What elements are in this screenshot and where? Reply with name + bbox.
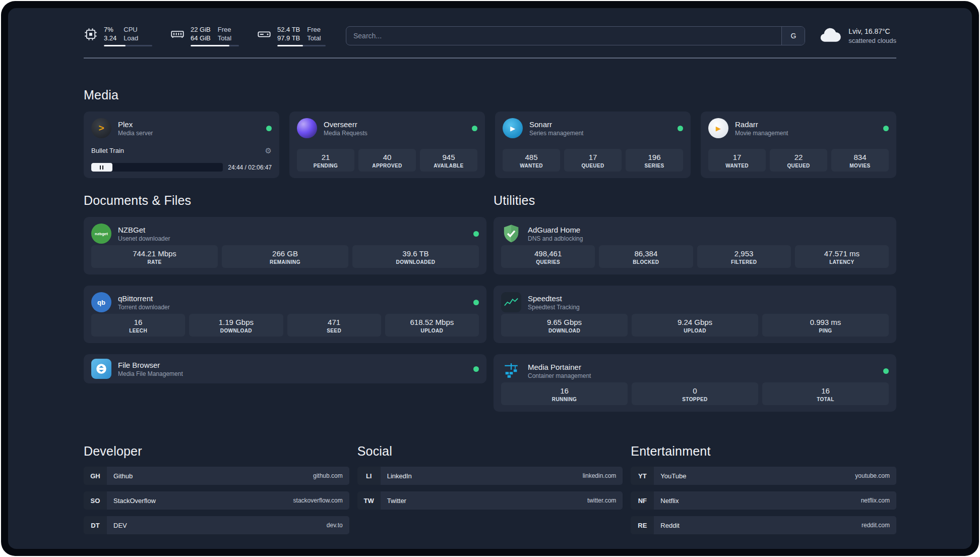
stat-label: DOWNLOADED <box>354 259 477 265</box>
service-card-adguard[interactable]: AdGuard Home DNS and adblocking 498,461 … <box>494 217 896 274</box>
stat-label: PENDING <box>299 163 352 169</box>
bookmark-url: stackoverflow.com <box>293 497 343 504</box>
service-title: Sonarr <box>529 120 583 129</box>
bookmark-name: YouTube <box>660 472 686 480</box>
disk-free-value: 52.4 TB <box>277 25 300 34</box>
stat-label: FILTERED <box>699 259 789 265</box>
stat-box: 2,953 FILTERED <box>697 245 791 268</box>
bookmark-url: reddit.com <box>862 522 890 529</box>
stat-box: 22 QUEUED <box>770 149 827 172</box>
stat-value: 0 <box>634 386 756 396</box>
top-bar: 7% 3.24 CPU Load <box>84 25 896 46</box>
service-subtitle: Movie management <box>735 129 788 137</box>
bookmark-abbr: YT <box>631 467 654 485</box>
topbar-divider <box>84 58 896 59</box>
pause-icon <box>100 165 101 170</box>
stat-value: 618.52 Mbps <box>387 317 477 327</box>
stat-box: 485 WANTED <box>503 149 560 172</box>
service-subtitle: Container management <box>528 372 591 380</box>
search-input[interactable] <box>346 26 805 45</box>
documents-column: Documents & Files nzbget NZBGet Usenet d… <box>84 193 486 383</box>
service-card-overseerr[interactable]: Overseerr Media Requests 21 PENDING 40 A… <box>289 112 485 178</box>
service-title: NZBGet <box>118 225 170 235</box>
search-engine-button[interactable]: G <box>781 27 805 45</box>
stat-value: 17 <box>566 152 620 162</box>
service-subtitle: Media server <box>118 129 153 137</box>
service-title: AdGuard Home <box>528 225 583 235</box>
bookmark-url: dev.to <box>327 522 343 529</box>
stat-value: 485 <box>505 152 558 162</box>
stat-label: BLOCKED <box>601 259 691 265</box>
service-card-qbittorrent[interactable]: qb qBittorrent Torrent downloader 16 LEE… <box>84 286 486 343</box>
dashboard: 7% 3.24 CPU Load <box>8 8 972 549</box>
bookmark-name: LinkedIn <box>387 472 412 480</box>
search-bar: G <box>346 26 805 45</box>
stat-box: 21 PENDING <box>297 149 354 172</box>
stat-label: PING <box>764 328 887 333</box>
bookmark-twitter[interactable]: TW Twitter twitter.com <box>357 491 623 510</box>
bookmark-abbr: GH <box>84 467 107 485</box>
bookmark-stackoverflow[interactable]: SO StackOverflow stackoverflow.com <box>84 491 349 510</box>
stat-label: SERIES <box>628 163 681 169</box>
bookmark-abbr: TW <box>357 491 381 510</box>
status-dot <box>266 126 272 131</box>
qbittorrent-icon: qb <box>91 292 111 312</box>
service-title: Plex <box>118 120 153 129</box>
stat-label: APPROVED <box>360 163 414 169</box>
service-subtitle: DNS and adblocking <box>528 235 583 243</box>
stat-value: 834 <box>833 152 887 162</box>
playback-progress-fill <box>91 163 112 172</box>
section-title-documents: Documents & Files <box>84 193 486 208</box>
stat-value: 196 <box>628 152 681 162</box>
service-card-speedtest[interactable]: Speedtest Speedtest Tracking 9.65 Gbps D… <box>494 286 896 343</box>
bookmark-abbr: NF <box>631 491 654 510</box>
stat-label: WANTED <box>505 163 558 169</box>
status-dot <box>473 300 479 305</box>
bookmark-url: youtube.com <box>855 472 890 479</box>
weather-location: Lviv, 16.87°C <box>848 27 896 36</box>
bookmark-netflix[interactable]: NF Netflix netflix.com <box>631 491 896 510</box>
service-subtitle: Speedtest Tracking <box>528 303 580 311</box>
window-frame: 7% 3.24 CPU Load <box>1 1 979 556</box>
bookmark-youtube[interactable]: YT YouTube youtube.com <box>631 467 896 485</box>
bookmark-linkedin[interactable]: LI LinkedIn linkedin.com <box>357 467 623 485</box>
ram-free-label: Free <box>218 25 231 34</box>
adguard-icon <box>501 224 521 244</box>
stat-label: QUEUED <box>772 163 825 169</box>
stat-label: LEECH <box>93 328 183 333</box>
stat-label: QUERIES <box>503 259 593 265</box>
service-card-filebrowser[interactable]: File Browser Media File Management <box>84 354 486 383</box>
stat-value: 16 <box>93 317 183 327</box>
stat-value: 47.571 ms <box>797 249 887 258</box>
bookmark-abbr: SO <box>84 491 107 510</box>
service-card-plex[interactable]: > Plex Media server Bullet Train ⚙ 24:44… <box>84 112 279 178</box>
cpu-stat: 7% 3.24 CPU Load <box>84 25 152 46</box>
ram-total-label: Total <box>218 34 231 42</box>
service-card-radarr[interactable]: ▶ Radarr Movie management 17 WANTED 22 Q… <box>701 112 896 178</box>
status-dot <box>473 231 479 237</box>
cpu-label: CPU <box>124 25 138 34</box>
bookmark-github[interactable]: GH Github github.com <box>84 467 349 485</box>
stat-value: 40 <box>360 152 414 162</box>
service-card-nzbget[interactable]: nzbget NZBGet Usenet downloader 744.21 M… <box>84 217 486 274</box>
system-stats: 7% 3.24 CPU Load <box>84 25 326 46</box>
service-title: Overseerr <box>324 120 368 129</box>
gear-icon[interactable]: ⚙ <box>265 146 272 155</box>
stat-label: QUEUED <box>566 163 620 169</box>
service-title: qBittorrent <box>118 294 170 303</box>
service-card-portainer[interactable]: Media Portainer Container management 16 … <box>494 354 896 412</box>
cpu-progress-bar <box>104 45 152 46</box>
developer-column: Developer GH Github github.com SO StackO… <box>84 444 349 534</box>
service-title: File Browser <box>118 360 183 370</box>
stat-label: SEED <box>289 328 379 333</box>
stat-box: 1.19 Gbps DOWNLOAD <box>189 314 283 337</box>
stat-value: 266 GB <box>224 249 346 258</box>
playback-progress-bar[interactable] <box>91 163 223 172</box>
bookmark-reddit[interactable]: RE Reddit reddit.com <box>631 516 896 534</box>
bookmark-name: Reddit <box>660 522 680 529</box>
stat-box: 9.24 Gbps UPLOAD <box>632 314 758 337</box>
stat-value: 2,953 <box>699 249 789 258</box>
bookmark-abbr: RE <box>631 516 654 534</box>
bookmark-dev[interactable]: DT DEV dev.to <box>84 516 349 534</box>
service-card-sonarr[interactable]: ▶ Sonarr Series management 485 WANTED 17… <box>495 112 691 178</box>
